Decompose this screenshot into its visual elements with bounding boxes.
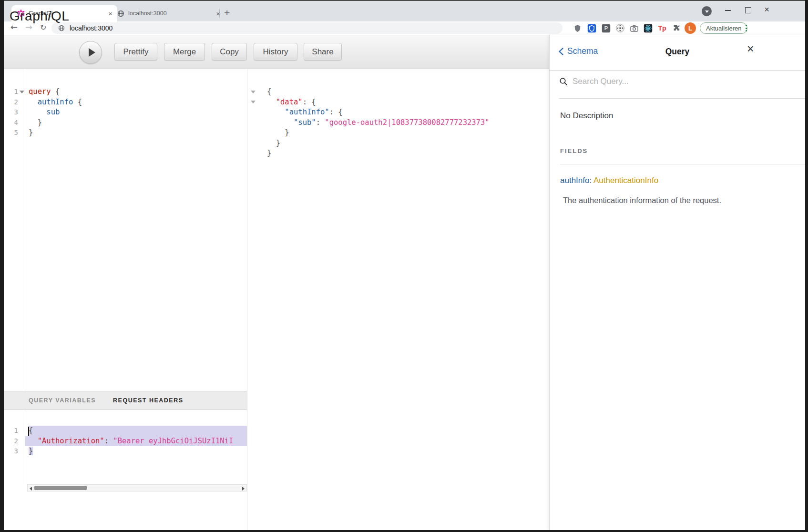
headers-editor-content[interactable]: { "Authorization": "Bearer eyJhbGciOiJSU…	[25, 426, 247, 457]
copy-button[interactable]: Copy	[212, 43, 247, 61]
line-number: 1	[4, 426, 18, 436]
tab-localhost[interactable]: localhost:3000 ×	[112, 5, 225, 21]
play-icon	[89, 48, 95, 57]
tab-search-caret-icon[interactable]	[702, 6, 712, 16]
field-name-link[interactable]: authInfo	[560, 176, 589, 185]
code-line: }	[25, 128, 247, 138]
window-close-button[interactable]: ×	[764, 4, 769, 15]
update-button-label: Aktualisieren	[706, 25, 741, 32]
tab-request-headers[interactable]: REQUEST HEADERS	[113, 397, 184, 404]
query-editor-gutter: 12345	[4, 87, 18, 138]
result-viewer-content: { "data": { "authInfo": { "sub": "google…	[264, 87, 547, 159]
scroll-right-icon[interactable]	[242, 487, 245, 491]
tab-close-icon[interactable]: ×	[215, 10, 221, 17]
profile-avatar[interactable]: L	[685, 22, 696, 34]
headers-editor-gutter: 123	[4, 426, 18, 457]
pane-divider[interactable]	[247, 69, 247, 530]
search-icon	[559, 77, 568, 86]
scrollbar-thumb[interactable]	[34, 486, 87, 490]
share-button[interactable]: Share	[304, 43, 342, 61]
secondary-editor-tabbar: QUERY VARIABLES REQUEST HEADERS	[4, 391, 247, 410]
line-number: 1	[4, 87, 18, 97]
code-line: }	[264, 148, 547, 159]
code-line: "authInfo": {	[264, 107, 547, 118]
history-button[interactable]: History	[254, 43, 297, 61]
code-line: authInfo {	[25, 97, 247, 108]
doc-title: Query	[550, 47, 805, 57]
code-line: query {	[25, 87, 247, 97]
browser-tab-strip: GraphiQL × localhost:3000 × + ×	[4, 1, 805, 21]
execute-query-button[interactable]	[79, 41, 102, 64]
field-type-link[interactable]: AuthenticationInfo	[593, 176, 658, 185]
extensions-puzzle-icon[interactable]	[671, 23, 682, 33]
doc-no-description: No Description	[560, 111, 614, 121]
merge-button[interactable]: Merge	[164, 43, 205, 61]
globe-favicon-icon	[117, 10, 124, 17]
window-frame-right	[805, 0, 808, 532]
extension-p-icon[interactable]: P	[601, 23, 611, 33]
doc-explorer-panel: Schema Query × Search Query... No Descri…	[549, 35, 805, 530]
avatar-letter: L	[688, 25, 692, 32]
window-frame-bottom	[0, 530, 808, 532]
maximize-button[interactable]	[745, 7, 751, 13]
code-line: {	[264, 87, 547, 97]
line-number: 3	[4, 107, 18, 118]
extension-shield-icon[interactable]	[572, 23, 583, 33]
doc-close-icon[interactable]: ×	[747, 43, 754, 55]
window-frame-left	[0, 0, 4, 532]
code-line: sub	[25, 107, 247, 118]
extension-scroll-icon[interactable]	[615, 23, 625, 33]
extension-tp-icon[interactable]: Tp	[657, 23, 667, 33]
field-colon: :	[589, 176, 592, 185]
doc-fields-divider	[560, 164, 805, 164]
fold-arrow-icon[interactable]	[251, 101, 256, 103]
ext-p-letter: P	[604, 25, 608, 31]
line-number: 2	[4, 436, 18, 447]
line-number: 5	[4, 128, 18, 138]
extension-react-devtools-icon[interactable]	[643, 23, 653, 33]
doc-field-description: The authentication information of the re…	[563, 196, 721, 205]
tab-title: localhost:3000	[128, 10, 215, 17]
tab-separator	[219, 9, 220, 18]
prettify-button[interactable]: Prettify	[114, 43, 157, 61]
code-line: "sub": "google-oauth2|108377380082777232…	[264, 118, 547, 128]
browser-window: GraphiQL × localhost:3000 × + × ← → ↻ lo…	[0, 0, 808, 532]
browser-menu-kebab-icon[interactable]	[746, 25, 747, 31]
line-number: 4	[4, 118, 18, 128]
query-editor-content[interactable]: query { authInfo { sub }}	[25, 87, 247, 138]
line-number: 2	[4, 97, 18, 108]
ext-tp-letter: Tp	[658, 24, 666, 32]
new-tab-button[interactable]: +	[224, 7, 230, 19]
graphiql-logo: GraphiQL	[10, 9, 69, 24]
text-cursor	[28, 427, 29, 436]
browser-update-button[interactable]: Aktualisieren	[700, 22, 747, 34]
address-bar[interactable]: localhost:3000	[51, 22, 563, 34]
code-line: }	[25, 446, 247, 457]
code-line: }	[25, 118, 247, 128]
browser-toolbar: ← → ↻ localhost:3000 P Tp	[4, 21, 805, 35]
window-frame-top	[0, 0, 808, 1]
code-line: {	[25, 426, 247, 436]
scroll-left-icon[interactable]	[30, 487, 32, 491]
reload-icon[interactable]: ↻	[40, 23, 46, 32]
line-number: 3	[4, 446, 18, 457]
search-placeholder: Search Query...	[573, 77, 629, 86]
fold-arrow-icon[interactable]	[251, 91, 256, 93]
code-line: }	[264, 138, 547, 149]
code-line: }	[264, 128, 547, 138]
site-globe-icon	[58, 25, 65, 31]
horizontal-scrollbar[interactable]	[27, 484, 247, 491]
doc-field-row: authInfo: AuthenticationInfo	[560, 176, 658, 185]
search-underline	[559, 98, 805, 99]
url-text: localhost:3000	[70, 24, 113, 32]
fold-arrow-icon[interactable]	[20, 91, 24, 93]
doc-fields-label: FIELDS	[560, 147, 588, 154]
doc-search-box[interactable]: Search Query...	[559, 77, 629, 86]
extension-bitwarden-icon[interactable]	[586, 23, 597, 33]
extension-camera-icon[interactable]	[629, 23, 639, 33]
minimize-button[interactable]	[725, 10, 731, 11]
code-line: "Authorization": "Bearer eyJhbGciOiJSUzI…	[25, 436, 247, 447]
code-line: "data": {	[264, 97, 547, 108]
tab-query-variables[interactable]: QUERY VARIABLES	[29, 397, 96, 404]
doc-explorer-header: Schema Query ×	[550, 35, 805, 71]
